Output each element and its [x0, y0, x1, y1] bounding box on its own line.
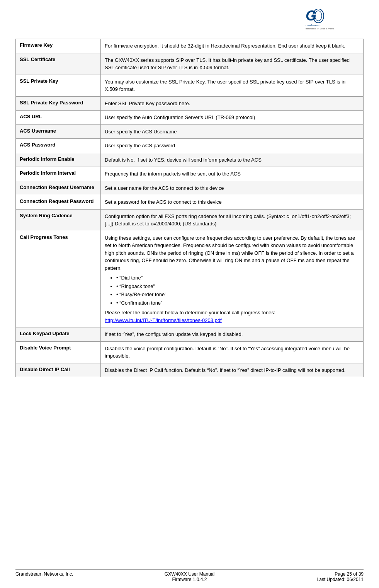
tone-list: • “Dial tone”• “Ringback tone”• “Busy/Re… [116, 274, 359, 307]
table-row: Connection Request UsernameSet a user na… [16, 181, 364, 195]
table-row: SSL Private Key PasswordEnter SSL Privat… [16, 96, 364, 111]
row-description: You may also customize the SSL Private K… [101, 75, 364, 96]
row-label: SSL Private Key [16, 75, 101, 96]
itu-link[interactable]: http://www.itu.int/ITU-T/inr/forms/files… [105, 317, 222, 323]
footer-date: Last Updated: 06/2011 [317, 577, 364, 582]
footer-company: Grandstream Networks, Inc. [15, 571, 93, 582]
row-label: Firmware Key [16, 39, 101, 53]
description-text: Using these settings, user can configure… [105, 234, 359, 272]
row-description: User specify the ACS Username [101, 124, 364, 139]
table-row: SSL Private KeyYou may also customize th… [16, 75, 364, 96]
footer-right: Page 25 of 39 Last Updated: 06/2011 [286, 571, 364, 582]
table-row: ACS UsernameUser specify the ACS Usernam… [16, 124, 364, 139]
row-label: Connection Request Password [16, 195, 101, 210]
row-description: Set a user name for the ACS to connect t… [101, 181, 364, 195]
list-item: • “Dial tone” [116, 274, 359, 282]
footer-firmware: Firmware 1.0.4.2 [172, 577, 207, 582]
table-row: Connection Request PasswordSet a passwor… [16, 195, 364, 210]
list-item: • “Confirmation tone” [116, 299, 359, 307]
row-label: System Ring Cadence [16, 209, 101, 231]
row-description: Set a password for the ACS to connect to… [101, 195, 364, 210]
row-label: ACS Username [16, 124, 101, 139]
svg-text:randstream: randstream [306, 24, 321, 27]
row-description: For firmware encryption. It should be 32… [101, 39, 364, 53]
footer-company-name: Grandstream Networks, Inc. [15, 571, 73, 577]
table-row: Call Progress TonesUsing these settings,… [16, 231, 364, 327]
grandstream-logo: G randstream Innovative IP Voice & Video [304, 9, 362, 30]
row-label: Disable Direct IP Call [16, 363, 101, 377]
table-row: Lock Keypad UpdateIf set to “Yes”, the c… [16, 327, 364, 342]
row-description: Using these settings, user can configure… [101, 231, 364, 327]
row-description: Configuration option for all FXS ports r… [101, 209, 364, 231]
row-label: ACS Password [16, 139, 101, 153]
table-row: Periodic Inform EnableDefault is No. If … [16, 153, 364, 167]
row-description: If set to “Yes”, the configuration updat… [101, 327, 364, 342]
table-row: SSL CertificateThe GXW40XX series suppor… [16, 53, 364, 75]
row-description: User specify the ACS password [101, 139, 364, 153]
header: G randstream Innovative IP Voice & Video [15, 8, 364, 31]
row-description: Disables the Direct IP Call function. De… [101, 363, 364, 377]
footer-manual-title: GXW40XX User Manual [165, 571, 214, 577]
row-label: ACS URL [16, 111, 101, 125]
row-label: SSL Private Key Password [16, 96, 101, 111]
table-row: ACS PasswordUser specify the ACS passwor… [16, 139, 364, 153]
table-row: Firmware KeyFor firmware encryption. It … [16, 39, 364, 53]
list-item: • “Busy/Re-order tone” [116, 291, 359, 298]
row-label: Connection Request Username [16, 181, 101, 195]
row-label: SSL Certificate [16, 53, 101, 75]
after-bullets-text: Please refer the document below to deter… [105, 309, 359, 317]
row-description: User specify the Auto Configuration Serv… [101, 111, 364, 125]
content-table: Firmware KeyFor firmware encryption. It … [15, 39, 364, 377]
row-description: Enter SSL Private Key password here. [101, 96, 364, 111]
table-row: ACS URLUser specify the Auto Configurati… [16, 111, 364, 125]
row-description: The GXW40XX series supports SIP over TLS… [101, 53, 364, 75]
row-description: Frequency that the inform packets will b… [101, 167, 364, 181]
row-label: Disable Voice Prompt [16, 341, 101, 363]
footer-page: Page 25 of 39 [335, 571, 364, 577]
list-item: • “Ringback tone” [116, 283, 359, 290]
row-description: Default is No. If set to YES, device wil… [101, 153, 364, 167]
row-description: Disables the voice prompt configuration.… [101, 341, 364, 363]
footer: Grandstream Networks, Inc. GXW40XX User … [15, 569, 364, 582]
row-label: Call Progress Tones [16, 231, 101, 327]
table-row: Periodic Inform IntervalFrequency that t… [16, 167, 364, 181]
table-row: System Ring CadenceConfiguration option … [16, 209, 364, 231]
row-label: Periodic Inform Interval [16, 167, 101, 181]
footer-center: GXW40XX User Manual Firmware 1.0.4.2 [93, 571, 286, 582]
table-row: Disable Direct IP CallDisables the Direc… [16, 363, 364, 377]
row-label: Periodic Inform Enable [16, 153, 101, 167]
page: G randstream Innovative IP Voice & Video… [0, 0, 379, 588]
logo-container: G randstream Innovative IP Voice & Video [302, 8, 364, 31]
table-row: Disable Voice PromptDisables the voice p… [16, 341, 364, 363]
row-label: Lock Keypad Update [16, 327, 101, 342]
svg-text:Innovative IP Voice & Video: Innovative IP Voice & Video [306, 27, 334, 30]
